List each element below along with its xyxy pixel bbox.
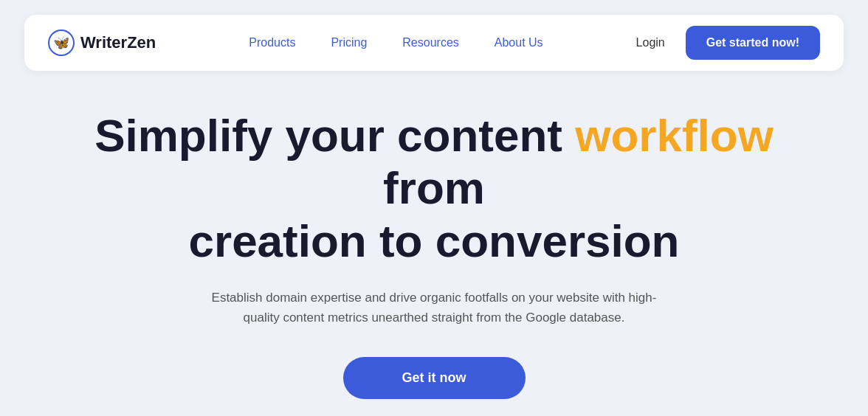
hero-section: Simplify your content workflow from crea… (21, 109, 847, 399)
logo-text: WriterZen (80, 33, 156, 52)
headline-part1: Simplify your content (94, 110, 575, 161)
logo-icon: 🦋 (48, 30, 75, 56)
headline-part2: from (383, 162, 485, 213)
hero-headline: Simplify your content workflow from crea… (65, 109, 803, 267)
nav-link-products[interactable]: Products (249, 36, 295, 49)
nav-link-resources[interactable]: Resources (402, 36, 458, 49)
nav-link-pricing[interactable]: Pricing (331, 36, 367, 49)
navbar: 🦋 WriterZen Products Pricing Resources A… (24, 15, 844, 71)
login-button[interactable]: Login (636, 36, 665, 49)
nav-links: Products Pricing Resources About Us (249, 36, 542, 49)
logo-area: 🦋 WriterZen (48, 30, 156, 56)
get-started-button[interactable]: Get started now! (686, 26, 820, 60)
headline-line2: creation to conversion (189, 215, 680, 266)
get-it-now-button[interactable]: Get it now (343, 357, 526, 399)
nav-link-about[interactable]: About Us (495, 36, 543, 49)
navbar-actions: Login Get started now! (636, 26, 820, 60)
headline-highlight: workflow (575, 110, 774, 161)
hero-subtext: Establish domain expertise and drive org… (205, 288, 663, 327)
